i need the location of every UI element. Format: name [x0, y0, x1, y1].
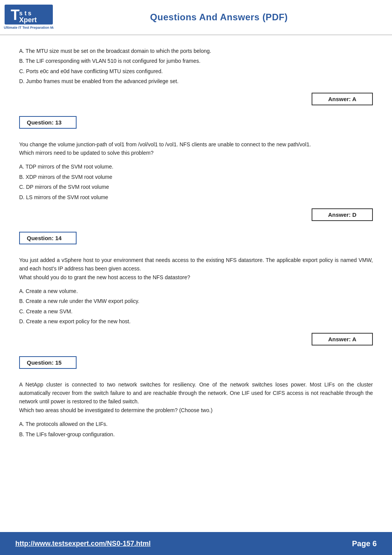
header-title: Questions And Answers (PDF): [54, 12, 384, 23]
footer-link[interactable]: http://www.testsexpert.com/NS0-157.html: [15, 540, 150, 548]
q15-label: Question: 15: [19, 356, 77, 369]
q13-options-list: A. TDP mirrors of the SVM root volume. B…: [19, 162, 373, 201]
q14-text: You just added a vSphere host to your en…: [19, 256, 373, 282]
q15-text: A NetApp cluster is connected to two net…: [19, 380, 373, 415]
list-item: C. Ports e0c and e0d have conflicting MT…: [19, 67, 373, 75]
list-item: A. TDP mirrors of the SVM root volume.: [19, 162, 373, 171]
q12-options-list: A. The MTU size must be set on the broad…: [19, 47, 373, 86]
list-item: B. The LIF corresponding with VLAN 510 i…: [19, 57, 373, 65]
q13-label: Question: 13: [19, 116, 77, 129]
q15-options-list: A. The protocols allowed on the LIFs. B.…: [19, 420, 373, 439]
list-item: D. LS mirrors of the SVM root volume: [19, 193, 373, 201]
page-footer: http://www.testsexpert.com/NS0-157.html …: [0, 532, 392, 555]
svg-text:s: s: [19, 10, 23, 16]
svg-text:Xpert: Xpert: [19, 16, 37, 24]
svg-text:s: s: [28, 10, 31, 16]
q14-options-list: A. Create a new volume. B. Create a new …: [19, 287, 373, 326]
content-area: A. The MTU size must be set on the broad…: [0, 35, 392, 473]
logo-container: T s t s Xpert Ultimate IT Test Preparati…: [4, 4, 54, 31]
logo-tagline: Ultimate IT Test Preparation Material: [4, 26, 54, 29]
q14-label: Question: 14: [19, 232, 77, 244]
list-item: C. Create a new SVM.: [19, 307, 373, 316]
list-item: A. The protocols allowed on the LIFs.: [19, 420, 373, 428]
list-item: A. Create a new volume.: [19, 287, 373, 295]
q12-answer-label: Answer: A: [312, 93, 373, 105]
svg-text:T: T: [11, 7, 20, 23]
list-item: B. Create a new rule under the VMW expor…: [19, 297, 373, 305]
list-item: A. The MTU size must be set on the broad…: [19, 47, 373, 55]
q12-answer-box: Answer: A: [19, 93, 373, 105]
footer-page-label: Page 6: [352, 539, 377, 548]
q13-answer-box: Answer: D: [19, 208, 373, 221]
q14-answer-box: Answer: A: [19, 333, 373, 345]
page-header: T s t s Xpert Ultimate IT Test Preparati…: [0, 0, 392, 35]
page-wrapper: T s t s Xpert Ultimate IT Test Preparati…: [0, 0, 392, 555]
list-item: B. The LIFs failover-group configuration…: [19, 430, 373, 439]
list-item: B. XDP mirrors of the SVM root volume: [19, 173, 373, 181]
logo-svg: T s t s Xpert Ultimate IT Test Preparati…: [4, 4, 54, 31]
q13-text: You change the volume junction-path of v…: [19, 140, 373, 157]
svg-text:t: t: [24, 10, 27, 16]
list-item: D. Jumbo frames must be enabled from the…: [19, 77, 373, 85]
list-item: D. Create a new export policy for the ne…: [19, 317, 373, 326]
q14-answer-label: Answer: A: [312, 333, 373, 345]
q13-answer-label: Answer: D: [312, 208, 373, 221]
list-item: C. DP mirrors of the SVM root volume: [19, 183, 373, 191]
